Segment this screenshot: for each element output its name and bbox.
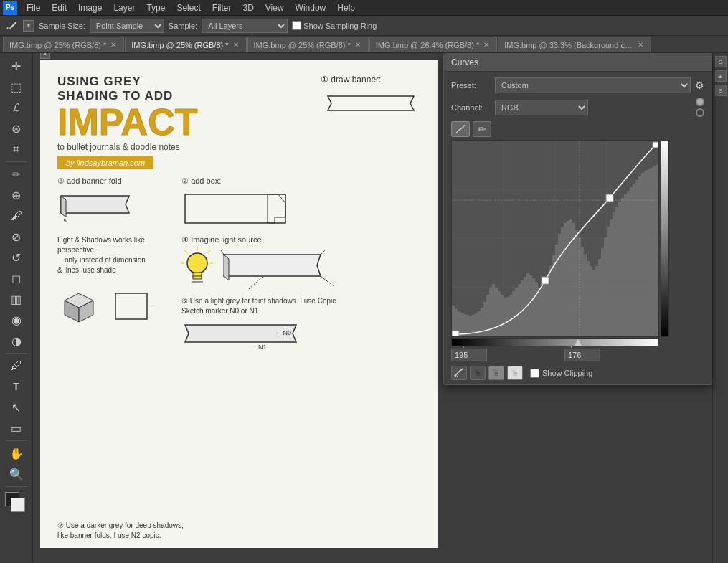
radio-2[interactable] [696,108,704,117]
path-select-tool[interactable]: ↖ [4,397,29,417]
show-clipping-checkbox[interactable] [530,369,539,378]
svg-rect-9 [193,276,202,279]
sketch-section1: ① draw banner: [321,75,421,169]
menu-filter[interactable]: Filter [207,2,237,14]
tab-5[interactable]: IMG.bmp @ 33.3% (Background copy, RGB/8)… [498,37,651,52]
eyedropper-tool-icon [4,19,19,33]
menu-window[interactable]: Window [290,2,331,14]
tab-4-close[interactable]: ✕ [482,41,491,49]
adj-panel-icon-1[interactable]: G [715,56,727,67]
tab-3[interactable]: IMG.bmp @ 25% (RGB/8) * ✕ [247,37,369,52]
tab-1[interactable]: IMG.bmp @ 25% (RGB/8) * ✕ [3,37,124,52]
curves-bottom-gradient [451,338,659,346]
brush-tool[interactable]: 🖌 [4,206,29,226]
left-toolbar: ✛ ⬚ 𝓛 ⊛ ⌗ ✏ ⊕ 🖌 ⊘ ↺ ◻ ▥ ◉ ◑ 🖊 T ↖ ▭ ✋ 🔍 [0,53,33,563]
output-value-input[interactable] [451,349,487,361]
menu-file[interactable]: File [22,2,45,14]
gradient-tool[interactable]: ▥ [4,289,29,309]
black-eyedropper-btn[interactable]: 🖱 [470,366,486,380]
subtitle: to bullet journals & doodle notes [57,142,197,152]
svg-line-16 [321,276,335,287]
menu-help[interactable]: Help [332,2,360,14]
tool-divider-3 [6,440,27,441]
svg-rect-6 [185,194,285,223]
sample-select[interactable]: All Layers Current Layer [202,19,288,33]
dodge-tool[interactable]: ◑ [4,331,29,351]
menu-bar: Ps File Edit Image Layer Type Select Fil… [0,0,728,16]
preset-select[interactable]: Custom Default Linear Contrast [495,77,691,93]
type-tool[interactable]: T [4,377,29,397]
zoom-tool[interactable]: 🔍 [4,464,29,484]
show-sampling-ring-checkbox[interactable] [292,21,301,30]
svg-text:↑ N1: ↑ N1 [253,344,267,351]
tab-1-close[interactable]: ✕ [109,41,118,49]
eraser-tool[interactable]: ◻ [4,268,29,288]
curves-right-gradient [661,140,669,337]
menu-3d[interactable]: 3D [237,2,258,14]
hand-tool[interactable]: ✋ [4,443,29,463]
show-sampling-ring-label[interactable]: Show Sampling Ring [292,21,377,30]
svg-text:←: ← [149,302,153,309]
tool-divider-1 [6,161,27,162]
auto-curve-icon [454,368,464,378]
tool-options-icon[interactable]: ▾ [23,20,34,32]
quick-select-tool[interactable]: ⊛ [4,118,29,138]
tab-4[interactable]: IMG.bmp @ 26.4% (RGB/8) * ✕ [369,37,497,52]
svg-line-18 [321,249,326,255]
svg-text:↖: ↖ [63,217,69,224]
canvas-close-btn[interactable]: ✕ [40,53,50,59]
tab-2-close[interactable]: ✕ [232,41,240,49]
curves-gear-icon[interactable]: ⚙ [695,80,704,91]
crop-tool[interactable]: ⌗ [4,139,29,159]
input-slider-marker[interactable] [575,339,582,346]
blur-tool[interactable]: ◉ [4,310,29,330]
color-swatches[interactable] [5,492,28,514]
cube-drawing [57,279,108,326]
menu-layer[interactable]: Layer [108,2,140,14]
curves-graph-wrapper [451,140,659,337]
right-panel-strip: G ⊞ S [712,53,728,563]
history-brush-tool[interactable]: ↺ [4,247,29,268]
pen-tool[interactable]: 🖊 [4,356,29,376]
curves-title-bar: Curves [444,54,712,72]
curves-graph[interactable] [451,140,659,337]
tool-divider-4 [6,486,27,487]
grey-eyedropper-btn[interactable]: 🖱 [488,366,504,380]
canvas-area[interactable]: ✕ USING GREY SHADING TO ADD IMPACT to bu… [33,53,728,563]
marquee-tool[interactable]: ⬚ [4,77,29,97]
author-tag: by lindsaybraman.com [57,156,153,169]
clone-tool[interactable]: ⊘ [4,227,29,247]
menu-select[interactable]: Select [171,2,205,14]
canvas-image-area[interactable]: USING GREY SHADING TO ADD IMPACT to bull… [40,60,438,548]
lasso-tool[interactable]: 𝓛 [4,98,29,118]
menu-view[interactable]: View [260,2,289,14]
move-tool[interactable]: ✛ [4,56,29,76]
background-color[interactable] [11,498,25,512]
menu-image[interactable]: Image [73,2,107,14]
heal-tool[interactable]: ⊕ [4,185,29,205]
tab-2[interactable]: IMG.bmp @ 25% (RGB/8) * ✕ [125,37,246,52]
menu-type[interactable]: Type [141,2,170,14]
curve-tools: ✏ [451,121,704,137]
tab-5-close[interactable]: ✕ [636,41,645,49]
banner-shade-drawing [220,247,342,290]
adj-panel-icon-3[interactable]: S [715,85,727,96]
channel-select[interactable]: RGB Red Green Blue [495,100,588,115]
radio-1[interactable] [696,98,704,106]
curve-adjust-btn[interactable] [451,121,470,137]
white-eyedropper-btn[interactable]: 🖱 [507,366,523,380]
channel-label: Channel: [451,103,491,112]
show-clipping-label[interactable]: Show Clipping [530,369,592,378]
svg-line-12 [207,250,210,253]
menu-edit[interactable]: Edit [47,2,72,14]
auto-curve-btn[interactable] [451,366,467,380]
tab-3-close[interactable]: ✕ [354,41,362,49]
sample-size-select[interactable]: Point Sample 3 by 3 Average 5 by 5 Avera… [90,19,164,33]
channel-row: Channel: RGB Red Green Blue [451,98,704,117]
adj-panel-icon-2[interactable]: ⊞ [715,70,727,82]
shape-tool[interactable]: ▭ [4,418,29,438]
pencil-draw-btn[interactable]: ✏ [473,121,491,137]
input-value-input[interactable] [564,349,600,361]
eyedropper-tool[interactable]: ✏ [4,164,29,184]
curves-panel: Curves Preset: Custom Default Linear Con… [443,53,712,385]
